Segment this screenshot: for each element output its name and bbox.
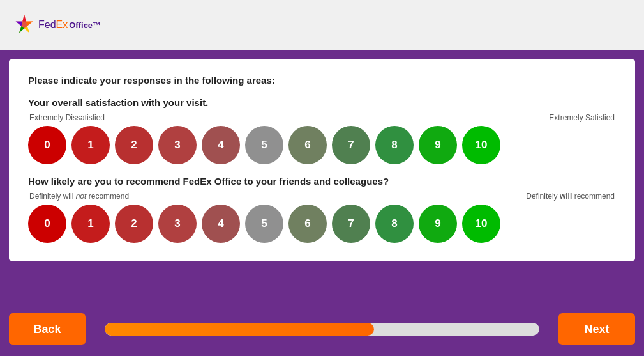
next-button[interactable]: Next bbox=[558, 313, 635, 345]
q2-rating-4[interactable]: 4 bbox=[202, 205, 240, 243]
logo-fed-text: Fed bbox=[38, 19, 56, 31]
q1-rating-4[interactable]: 4 bbox=[202, 126, 240, 164]
q1-rating-9[interactable]: 9 bbox=[419, 126, 457, 164]
back-button[interactable]: Back bbox=[9, 313, 86, 345]
q1-rating-2[interactable]: 2 bbox=[115, 126, 153, 164]
main-area: Please indicate your responses in the fo… bbox=[0, 50, 644, 356]
q1-rating-3[interactable]: 3 bbox=[158, 126, 197, 164]
header: FedExOffice™ bbox=[0, 0, 644, 50]
question1-label: Your overall satisfaction with your visi… bbox=[28, 97, 616, 108]
logo: FedExOffice™ bbox=[13, 13, 101, 36]
question1-scale-right: Extremely Satisfied bbox=[549, 113, 615, 122]
progress-bar-fill bbox=[105, 323, 374, 336]
logo-office-text: Office™ bbox=[69, 20, 101, 30]
logo-ex-text: Ex bbox=[56, 19, 68, 31]
q2-rating-5[interactable]: 5 bbox=[245, 205, 283, 243]
question2-label: How likely are you to recommend FedEx Of… bbox=[28, 176, 616, 187]
survey-card: Please indicate your responses in the fo… bbox=[9, 59, 635, 261]
q1-rating-0[interactable]: 0 bbox=[28, 126, 66, 164]
q2-rating-3[interactable]: 3 bbox=[158, 205, 197, 243]
q1-rating-8[interactable]: 8 bbox=[375, 126, 414, 164]
q1-rating-10[interactable]: 10 bbox=[462, 126, 500, 164]
bottom-bar: Back Next bbox=[6, 312, 638, 346]
question2-section: How likely are you to recommend FedEx Of… bbox=[28, 176, 616, 243]
survey-instruction: Please indicate your responses in the fo… bbox=[28, 75, 616, 86]
q2-rating-1[interactable]: 1 bbox=[71, 205, 110, 243]
q2-rating-8[interactable]: 8 bbox=[375, 205, 414, 243]
q2-rating-6[interactable]: 6 bbox=[288, 205, 327, 243]
fedex-star-icon bbox=[13, 13, 36, 36]
question1-rating-row: 0 1 2 3 4 5 6 7 8 9 10 bbox=[28, 126, 616, 164]
q2-rating-0[interactable]: 0 bbox=[28, 205, 66, 243]
question2-scale-labels: Definitely will not recommend Definitely… bbox=[28, 192, 616, 201]
q2-rating-9[interactable]: 9 bbox=[419, 205, 457, 243]
question1-section: Your overall satisfaction with your visi… bbox=[28, 97, 616, 164]
q2-rating-7[interactable]: 7 bbox=[332, 205, 370, 243]
q2-rating-10[interactable]: 10 bbox=[462, 205, 500, 243]
question2-scale-right: Definitely will recommend bbox=[526, 192, 615, 201]
question1-scale-left: Extremely Dissatisfied bbox=[29, 113, 105, 122]
q1-rating-1[interactable]: 1 bbox=[71, 126, 110, 164]
question2-rating-row: 0 1 2 3 4 5 6 7 8 9 10 bbox=[28, 205, 616, 243]
question2-scale-left: Definitely will not recommend bbox=[29, 192, 129, 201]
q1-rating-7[interactable]: 7 bbox=[332, 126, 370, 164]
question1-scale-labels: Extremely Dissatisfied Extremely Satisfi… bbox=[28, 113, 616, 122]
q1-rating-6[interactable]: 6 bbox=[288, 126, 327, 164]
progress-bar-container bbox=[105, 323, 539, 336]
q2-rating-2[interactable]: 2 bbox=[115, 205, 153, 243]
q1-rating-5[interactable]: 5 bbox=[245, 126, 283, 164]
